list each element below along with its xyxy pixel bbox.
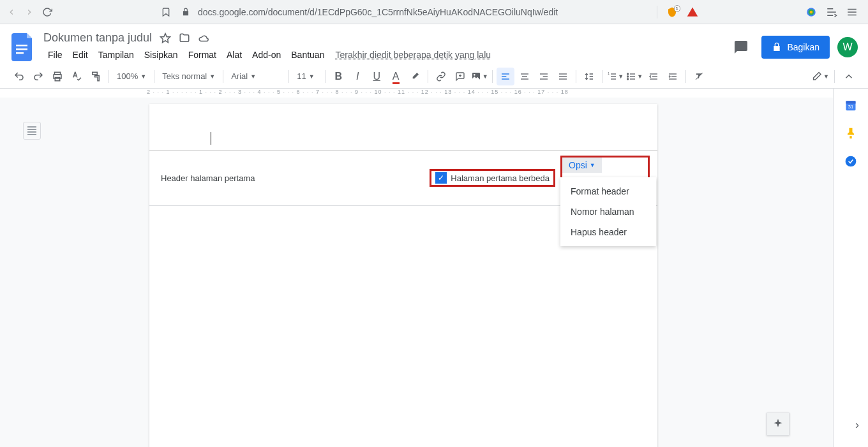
svg-rect-8 [16, 52, 24, 54]
bold-icon[interactable]: B [329, 68, 347, 85]
menu-icon[interactable] [846, 6, 858, 18]
shield-icon[interactable]: 1 [666, 6, 678, 18]
svg-point-36 [627, 78, 629, 80]
menu-insert[interactable]: Sisipkan [140, 47, 183, 62]
style-select[interactable]: Teks normal▼ [158, 68, 219, 85]
browser-right: 1 [657, 6, 863, 18]
highlight-icon[interactable] [406, 68, 424, 85]
header-label: Header halaman pertama [161, 173, 255, 183]
move-icon[interactable] [179, 33, 190, 44]
paint-format-icon[interactable] [87, 68, 105, 85]
document-page[interactable]: Header halaman pertama ✓ Halaman pertama… [149, 104, 657, 447]
document-title[interactable]: Dokumen tanpa judul [43, 31, 152, 45]
shield-badge: 1 [674, 5, 680, 12]
svg-point-35 [627, 76, 629, 77]
keep-icon[interactable] [844, 127, 857, 140]
indent-icon[interactable] [664, 68, 682, 85]
menu-page-number[interactable]: Nomor halaman [560, 202, 656, 222]
spellcheck-icon[interactable] [68, 68, 86, 85]
checkbox-label: Halaman pertama berbeda [451, 173, 550, 183]
lock-icon [181, 8, 190, 17]
svg-point-46 [846, 156, 857, 167]
docs-logo-icon[interactable] [10, 31, 36, 63]
canvas: 2 · · · 1 · · · · · · 1 · · · 2 · · · 3 … [0, 89, 833, 447]
options-menu: Format header Nomor halaman Hapus header [560, 177, 656, 246]
comments-icon[interactable] [728, 34, 754, 60]
menu-bar: File Edit Tampilan Sisipkan Format Alat … [43, 47, 491, 62]
menu-view[interactable]: Tampilan [94, 47, 138, 62]
outdent-icon[interactable] [645, 68, 662, 85]
svg-rect-6 [16, 45, 27, 47]
calendar-icon[interactable]: 31 [844, 99, 857, 112]
text-cursor [211, 132, 211, 145]
last-edit-link[interactable]: Terakhir diedit beberapa detik yang lalu [335, 50, 491, 60]
svg-text:1: 1 [608, 72, 610, 75]
back-icon[interactable] [5, 6, 18, 18]
comment-icon[interactable] [451, 68, 469, 85]
explore-button[interactable] [767, 413, 789, 436]
toolbar: 100%▼ Teks normal▼ Arial▼ 11▼ B I U A ▼ … [0, 64, 868, 89]
reload-icon[interactable] [41, 6, 54, 18]
svg-marker-9 [161, 33, 170, 42]
svg-point-2 [810, 10, 813, 13]
url-text[interactable]: docs.google.com/document/d/1ECdPpG60c_1C… [198, 7, 558, 17]
expand-sidebar-icon[interactable]: › [855, 418, 859, 432]
line-spacing-icon[interactable] [580, 68, 598, 85]
media-icon[interactable] [826, 6, 837, 18]
user-avatar[interactable]: W [837, 37, 858, 57]
menu-remove-header[interactable]: Hapus header [560, 222, 656, 242]
svg-rect-7 [16, 48, 27, 50]
text-color-icon[interactable]: A [387, 68, 405, 85]
collapse-icon[interactable] [840, 68, 858, 85]
align-right-icon[interactable] [535, 68, 553, 85]
translate-icon[interactable] [805, 6, 817, 18]
redo-icon[interactable] [29, 68, 47, 85]
cloud-icon[interactable] [198, 33, 209, 44]
svg-point-14 [474, 74, 475, 76]
outline-icon[interactable] [23, 122, 41, 140]
warning-icon[interactable] [687, 6, 698, 18]
align-justify-icon[interactable] [554, 68, 572, 85]
bookmark-icon[interactable] [161, 7, 171, 17]
header-footer-bar: Header halaman pertama ✓ Halaman pertama… [149, 150, 657, 206]
undo-icon[interactable] [10, 68, 28, 85]
first-page-different-checkbox[interactable]: ✓ Halaman pertama berbeda [430, 169, 555, 187]
menu-edit[interactable]: Edit [68, 47, 93, 62]
menu-help[interactable]: Bantuan [287, 47, 329, 62]
menu-format[interactable]: Format [184, 47, 221, 62]
zoom-select[interactable]: 100%▼ [113, 68, 150, 85]
tasks-icon[interactable] [844, 155, 857, 168]
forward-icon[interactable] [23, 6, 36, 18]
edit-mode-icon[interactable]: ▼ [811, 68, 829, 85]
options-container: Opsi ▼ Format header Nomor halaman Hapus… [560, 156, 650, 200]
horizontal-ruler[interactable]: 2 · · · 1 · · · · · · 1 · · · 2 · · · 3 … [0, 89, 833, 98]
right-sidebar: 31 [833, 89, 868, 447]
clear-format-icon[interactable] [690, 68, 708, 85]
underline-icon[interactable]: U [368, 68, 385, 85]
print-icon[interactable] [49, 68, 66, 85]
align-left-icon[interactable] [497, 68, 514, 85]
svg-rect-44 [846, 101, 856, 103]
browser-bar: docs.google.com/document/d/1ECdPpG60c_1C… [0, 0, 868, 24]
image-icon[interactable]: ▼ [470, 68, 488, 85]
share-button[interactable]: Bagikan [761, 36, 830, 59]
star-icon[interactable] [160, 33, 171, 44]
header-zone[interactable] [149, 104, 657, 150]
main-area: 2 · · · 1 · · · · · · 1 · · · 2 · · · 3 … [0, 89, 868, 447]
italic-icon[interactable]: I [348, 68, 366, 85]
docs-header: Dokumen tanpa judul File Edit Tampilan S… [0, 24, 868, 64]
link-icon[interactable] [432, 68, 450, 85]
menu-addons[interactable]: Add-on [248, 47, 285, 62]
align-center-icon[interactable] [516, 68, 534, 85]
svg-point-34 [627, 73, 629, 75]
bullet-list-icon[interactable]: ▼ [625, 68, 643, 85]
font-select[interactable]: Arial▼ [227, 68, 285, 85]
menu-format-header[interactable]: Format header [560, 181, 656, 202]
share-label: Bagikan [787, 42, 819, 52]
menu-file[interactable]: File [43, 47, 67, 62]
options-button[interactable]: Opsi ▼ [562, 158, 602, 173]
checkbox-icon: ✓ [435, 172, 447, 184]
size-select[interactable]: 11▼ [293, 68, 321, 85]
menu-tools[interactable]: Alat [222, 47, 246, 62]
numbered-list-icon[interactable]: 1▼ [606, 68, 624, 85]
